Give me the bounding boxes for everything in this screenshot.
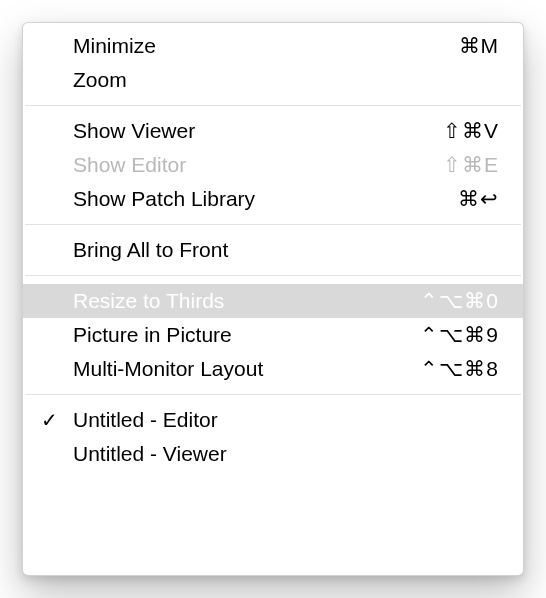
- menu-item-show-viewer[interactable]: ✓ Show Viewer ⇧⌘V: [23, 114, 523, 148]
- menu-item-label: Resize to Thirds: [73, 289, 379, 313]
- menu-item-shortcut: ⌃⌥⌘9: [379, 323, 499, 347]
- menu-item-zoom[interactable]: ✓ Zoom: [23, 63, 523, 97]
- menu-item-resize-to-thirds[interactable]: ✓ Resize to Thirds ⌃⌥⌘0: [23, 284, 523, 318]
- menu-item-shortcut: ⌘M: [379, 34, 499, 58]
- menu-item-label: Picture in Picture: [73, 323, 379, 347]
- menu-item-label: Show Editor: [73, 153, 379, 177]
- menu-item-label: Multi-Monitor Layout: [73, 357, 379, 381]
- menu-separator: [25, 105, 521, 106]
- menu-item-label: Bring All to Front: [73, 238, 379, 262]
- menu-item-shortcut: ⌃⌥⌘8: [379, 357, 499, 381]
- menu-item-picture-in-picture[interactable]: ✓ Picture in Picture ⌃⌥⌘9: [23, 318, 523, 352]
- menu-item-show-patch-library[interactable]: ✓ Show Patch Library ⌘↩: [23, 182, 523, 216]
- menu-item-label: Show Patch Library: [73, 187, 379, 211]
- menu-item-bring-all-to-front[interactable]: ✓ Bring All to Front: [23, 233, 523, 267]
- menu-item-window-editor[interactable]: ✓ Untitled - Editor: [23, 403, 523, 437]
- menu-item-multi-monitor-layout[interactable]: ✓ Multi-Monitor Layout ⌃⌥⌘8: [23, 352, 523, 386]
- menu-item-label: Zoom: [73, 68, 379, 92]
- menu-item-show-editor: ✓ Show Editor ⇧⌘E: [23, 148, 523, 182]
- menu-item-shortcut: ⇧⌘V: [379, 119, 499, 143]
- menu-item-label: Untitled - Editor: [73, 408, 379, 432]
- menu-item-label: Untitled - Viewer: [73, 442, 379, 466]
- menu-item-shortcut: ⇧⌘E: [379, 153, 499, 177]
- menu-bottom-gap: [23, 471, 523, 481]
- menu-separator: [25, 275, 521, 276]
- menu-item-label: Show Viewer: [73, 119, 379, 143]
- menu-item-minimize[interactable]: ✓ Minimize ⌘M: [23, 29, 523, 63]
- menu-item-window-viewer[interactable]: ✓ Untitled - Viewer: [23, 437, 523, 471]
- checkmark-icon: ✓: [41, 410, 58, 430]
- menu-separator: [25, 224, 521, 225]
- menu-item-label: Minimize: [73, 34, 379, 58]
- menu-item-shortcut: ⌃⌥⌘0: [379, 289, 499, 313]
- menu-item-shortcut: ⌘↩: [379, 187, 499, 211]
- menu-separator: [25, 394, 521, 395]
- window-menu[interactable]: ✓ Minimize ⌘M ✓ Zoom ✓ Show Viewer ⇧⌘V ✓…: [22, 22, 524, 576]
